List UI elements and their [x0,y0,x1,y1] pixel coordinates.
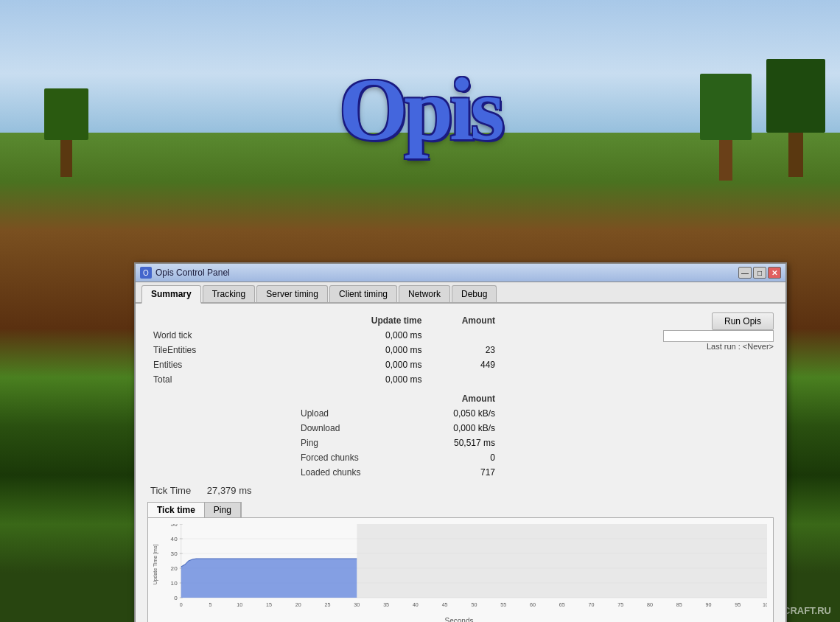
table-row: Forced chunks 0 [296,451,500,464]
tree-right [766,59,825,177]
svg-marker-40 [181,559,357,598]
run-opis-progress-bar [663,330,774,342]
svg-text:70: 70 [588,602,594,607]
svg-text:Update Time [ms]: Update Time [ms] [153,545,158,585]
svg-rect-41 [357,524,767,598]
tick-time-display: Tick Time 27,379 ms [147,485,774,496]
row-value-loaded-chunks: 717 [426,466,500,479]
left-stats: Update time Amount World tick 0,000 ms T… [147,312,501,481]
row-label-upload: Upload [296,407,424,420]
chart-tab-bar: Tick time Ping [147,502,242,517]
row-value-ping: 50,517 ms [426,436,500,450]
chart-tab-ping[interactable]: Ping [205,503,241,517]
row-amount-total [427,373,500,386]
row-label-world-tick: World tick [149,329,324,342]
svg-text:95: 95 [735,602,741,607]
table-row: Upload 0,050 kB/s [296,407,500,420]
col-header-amount: Amount [427,314,500,327]
chart-svg: 50 40 30 20 10 0 0 5 10 15 [151,524,767,612]
svg-text:10: 10 [237,602,242,607]
close-button[interactable]: ✕ [768,267,781,279]
svg-text:40: 40 [413,602,419,607]
svg-text:10: 10 [171,580,178,587]
svg-text:55: 55 [500,602,506,607]
svg-text:35: 35 [383,602,389,607]
tab-tracking[interactable]: Tracking [203,285,256,302]
main-content: Update time Amount World tick 0,000 ms T… [136,304,785,622]
svg-text:60: 60 [530,602,536,607]
tree-left [44,88,88,177]
svg-text:45: 45 [442,602,448,607]
svg-text:20: 20 [295,602,301,607]
svg-text:40: 40 [171,536,178,542]
row-value-tile-entities: 0,000 ms [326,343,426,357]
row-label-download: Download [296,422,424,435]
row-value-download: 0,000 kB/s [426,422,500,435]
row-value-total: 0,000 ms [326,373,426,386]
table-row: Loaded chunks 717 [296,466,500,479]
svg-text:85: 85 [676,602,682,607]
col-header-label [149,314,324,327]
maximize-button[interactable]: □ [753,267,766,279]
row-amount-tile-entities: 23 [427,343,500,357]
window-title: Opis Control Panel [155,268,230,278]
row-value-forced-chunks: 0 [426,451,500,464]
row-label-ping: Ping [296,436,424,450]
svg-text:75: 75 [617,602,623,607]
svg-text:65: 65 [559,602,565,607]
table-header-row: Update time Amount [149,314,500,327]
svg-text:15: 15 [266,602,272,607]
row-value-entities: 0,000 ms [326,358,426,371]
tab-debug[interactable]: Debug [452,285,497,302]
svg-text:25: 25 [325,602,331,607]
window-icon: O [140,267,152,279]
svg-text:0: 0 [180,602,183,607]
title-bar: O Opis Control Panel — □ ✕ [136,264,785,282]
tab-network[interactable]: Network [399,285,450,302]
title-bar-left: O Opis Control Panel [140,267,230,279]
svg-text:100: 100 [763,602,767,607]
svg-text:50: 50 [471,602,477,607]
table-row: Ping 50,517 ms [296,436,500,450]
tick-time-label: Tick Time [150,485,191,496]
col-header-update-time: Update time [326,314,426,327]
table-row: World tick 0,000 ms [149,329,500,342]
minimize-button[interactable]: — [738,267,752,279]
network-stats-inline: Amount Upload 0,050 kB/s Download 0,000 … [147,391,501,481]
table-row: TileEntities 0,000 ms 23 [149,343,500,357]
tab-bar: Summary Tracking Server timing Client ti… [136,282,785,304]
row-label-loaded-chunks: Loaded chunks [296,466,424,479]
row-label-entities: Entities [149,358,324,371]
tab-server-timing[interactable]: Server timing [256,285,328,302]
svg-text:80: 80 [647,602,653,607]
svg-text:5: 5 [209,602,212,607]
stats-layout: Update time Amount World tick 0,000 ms T… [147,312,774,481]
left-stats-table: Update time Amount World tick 0,000 ms T… [147,312,501,388]
table-row: Download 0,000 kB/s [296,422,500,435]
row-label-forced-chunks: Forced chunks [296,451,424,464]
row-value-world-tick: 0,000 ms [326,329,426,342]
row-value-upload: 0,050 kB/s [426,407,500,420]
tab-summary[interactable]: Summary [141,285,201,304]
svg-text:30: 30 [354,602,360,607]
table-row: Total 0,000 ms [149,373,500,386]
svg-text:50: 50 [171,524,178,528]
run-opis-panel: Run Opis Last run : <Never> [501,312,774,481]
net-header-amount: Amount [426,392,500,405]
control-panel-window: O Opis Control Panel — □ ✕ Summary Track… [134,262,787,622]
net-header-label [296,392,424,405]
row-amount-entities: 449 [427,358,500,371]
window-controls: — □ ✕ [738,267,781,279]
svg-text:20: 20 [171,565,178,572]
table-header-row: Amount [296,392,500,405]
app-title: Opis [339,59,501,161]
svg-text:30: 30 [171,551,178,557]
row-label-tile-entities: TileEntities [149,343,324,357]
tab-client-timing[interactable]: Client timing [329,285,397,302]
chart-tab-tick-time[interactable]: Tick time [148,503,205,517]
table-row: Entities 0,000 ms 449 [149,358,500,371]
network-stats-table: Amount Upload 0,050 kB/s Download 0,000 … [295,391,501,481]
run-opis-button[interactable]: Run Opis [712,312,774,330]
chart-container: 50 40 30 20 10 0 0 5 10 15 [147,517,774,622]
last-run-label: Last run : <Never> [707,342,774,351]
